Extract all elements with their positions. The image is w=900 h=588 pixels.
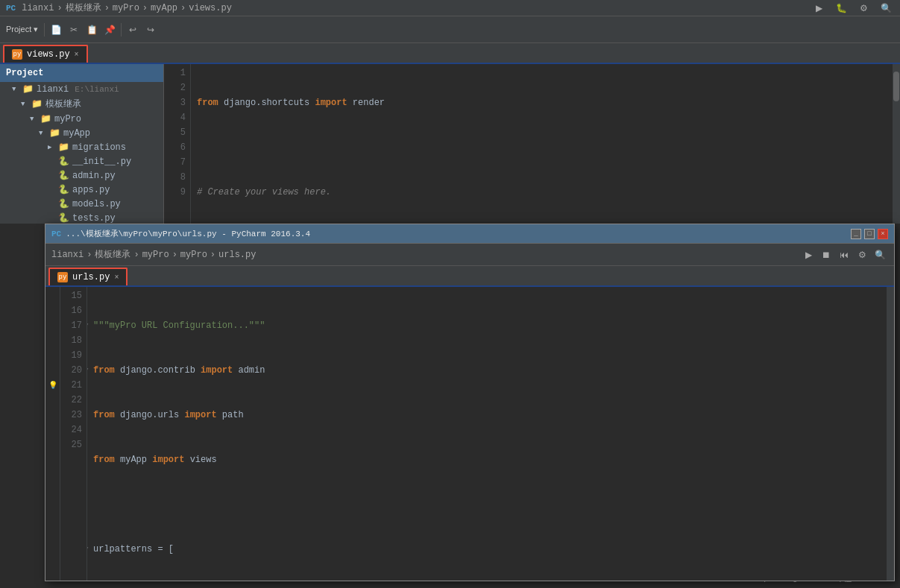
debug-button[interactable]: 🐛: [833, 0, 849, 16]
bottom-debug-button[interactable]: ⏮: [836, 247, 852, 263]
bottom-search-button[interactable]: 🔍: [872, 247, 888, 263]
urls-file-icon: py: [57, 272, 68, 282]
top-title-bar: PC lianxi › 模板继承 › myPro › myApp › views…: [0, 0, 900, 16]
bottom-toolbar: lianxi › 模板继承 › myPro › myPro › urls.py …: [45, 244, 894, 266]
breadcrumb-lianxi: lianxi: [22, 3, 54, 13]
url-code-line-18: from myApp import views: [93, 452, 887, 467]
top-editor-area: Project ▼ 📁 lianxi E:\lianxi ▼ 📁 模板继承 ▼ …: [0, 64, 900, 224]
redo-button[interactable]: ↪: [142, 22, 159, 38]
tree-label-init: __init__.py: [72, 157, 131, 167]
top-editor-window: PC lianxi › 模板继承 › myPro › myApp › views…: [0, 0, 900, 224]
tree-item-tests[interactable]: 🐍 tests.py: [0, 211, 163, 224]
search-button[interactable]: 🔍: [878, 0, 894, 16]
tree-item-admin[interactable]: 🐍 admin.py: [0, 168, 163, 183]
sidebar-header: Project: [0, 64, 163, 82]
bottom-stop-button[interactable]: ⏹: [818, 247, 834, 263]
tree-item-myapp[interactable]: ▼ 📁 myApp: [0, 126, 163, 140]
expand-arrow-lianxi: ▼: [12, 86, 19, 93]
folder-icon-myapp: 📁: [49, 127, 60, 139]
project-sidebar: Project ▼ 📁 lianxi E:\lianxi ▼ 📁 模板继承 ▼ …: [0, 64, 164, 224]
url-code-line-19: [93, 497, 887, 512]
breadcrumb-mypro: myPro: [113, 3, 139, 13]
tree-label-apps: apps.py: [72, 185, 110, 195]
views-tab-label: views.py: [27, 49, 70, 60]
bottom-scrollbar[interactable]: [887, 287, 894, 581]
close-button[interactable]: ×: [878, 229, 888, 239]
copy-button[interactable]: 📋: [84, 22, 100, 38]
tree-label-tests: tests.py: [72, 213, 116, 224]
breadcrumb-views: views.py: [189, 3, 232, 13]
breadcrumb-myapp: myApp: [151, 3, 177, 13]
tree-item-init[interactable]: 🐍 __init__.py: [0, 154, 163, 168]
toolbar-sep-1: [44, 23, 45, 37]
url-code-line-16: ▼ from django.contrib import admin: [93, 363, 887, 378]
cut-button[interactable]: ✂: [66, 22, 82, 38]
top-app-icon: PC: [6, 4, 16, 13]
bottom-settings-button[interactable]: ⚙: [854, 247, 870, 263]
bc-mypro2: myPro: [180, 250, 207, 260]
breadcrumb-folder: 模板继承: [66, 1, 101, 14]
new-file-button[interactable]: 📄: [48, 22, 64, 38]
python-file-icon: py: [12, 49, 22, 60]
window-controls: _ □ ×: [851, 229, 888, 239]
url-code-line-17: from django.urls import path: [93, 408, 887, 423]
tree-item-mypro[interactable]: ▼ 📁 myPro: [0, 112, 163, 126]
tree-label-lianxi: lianxi: [37, 84, 69, 95]
folder-icon-migrations: 📁: [58, 142, 69, 153]
settings-button[interactable]: ⚙: [855, 0, 872, 16]
fold-20: ▼: [87, 542, 88, 557]
tree-label-mypro: myPro: [54, 114, 81, 124]
urls-tab-label: urls.py: [72, 272, 110, 282]
bottom-title-bar: PC ...\模板继承\myPro\myPro\urls.py - PyChar…: [45, 224, 894, 244]
top-scrollbar[interactable]: [893, 64, 900, 224]
code-line-3: # Create your views here.: [197, 185, 893, 200]
tree-item-migrations[interactable]: ▶ 📁 migrations: [0, 140, 163, 154]
views-tab[interactable]: py views.py ×: [3, 45, 88, 63]
expand-arrow-mypro: ▼: [30, 116, 37, 123]
top-code-editor[interactable]: from django.shortcuts import render # Cr…: [191, 64, 893, 224]
tree-item-apps[interactable]: 🐍 apps.py: [0, 183, 163, 197]
minimize-button[interactable]: _: [851, 229, 861, 239]
folder-icon-mypro: 📁: [40, 113, 51, 124]
file-icon-models: 🐍: [58, 198, 69, 209]
gutter-area: 💡: [45, 287, 60, 581]
file-icon-tests: 🐍: [58, 212, 69, 224]
fold-16: ▼: [87, 363, 88, 378]
bottom-line-numbers: 15 16 17 18 19 20 21 22 23 24 25: [60, 287, 87, 581]
bottom-breadcrumb: lianxi › 模板继承 › myPro › myPro › urls.py: [51, 248, 256, 261]
maximize-button[interactable]: □: [864, 229, 875, 239]
bottom-window-title: ...\模板继承\myPro\myPro\urls.py - PyCharm 2…: [66, 228, 310, 239]
expand-arrow-template: ▼: [21, 101, 28, 108]
undo-button[interactable]: ↩: [125, 22, 141, 38]
tree-item-template[interactable]: ▼ 📁 模板继承: [0, 96, 163, 112]
bottom-code-editor[interactable]: ▼ """myPro URL Configuration...""" ▼ fro…: [87, 287, 887, 581]
toolbar-sep-2: [121, 23, 122, 37]
urls-tab-close[interactable]: ×: [114, 274, 119, 282]
tree-label-admin: admin.py: [72, 171, 116, 181]
run-button[interactable]: ▶: [811, 0, 827, 16]
run-indicator-21[interactable]: 💡: [48, 378, 58, 393]
bottom-run-button[interactable]: ▶: [800, 247, 816, 263]
url-code-line-15: ▼ """myPro URL Configuration...""": [93, 318, 887, 333]
tree-label-template: 模板继承: [45, 98, 81, 110]
paste-button[interactable]: 📌: [101, 22, 118, 38]
urls-tab[interactable]: py urls.py ×: [48, 268, 128, 285]
bottom-editor-window: PC ...\模板继承\myPro\myPro\urls.py - PyChar…: [45, 224, 895, 581]
sidebar-header-label: Project: [6, 68, 43, 78]
tree-label-myapp: myApp: [63, 128, 90, 139]
file-icon-init: 🐍: [58, 156, 69, 167]
tree-label-models: models.py: [72, 199, 121, 209]
top-code-area: 1 2 3 4 5 6 7 8 9 from django.shortcuts …: [164, 64, 900, 224]
top-toolbar: Project ▾ 📄 ✂ 📋 📌 ↩ ↪: [0, 16, 900, 43]
tree-item-models[interactable]: 🐍 models.py: [0, 197, 163, 211]
views-tab-close[interactable]: ×: [75, 51, 79, 59]
tree-item-lianxi[interactable]: ▼ 📁 lianxi E:\lianxi: [0, 82, 163, 96]
top-tab-bar: py views.py ×: [0, 43, 900, 64]
tree-path-lianxi: E:\lianxi: [75, 85, 119, 94]
top-breadcrumb: lianxi › 模板继承 › myPro › myApp › views.py: [22, 1, 232, 14]
code-line-1: from django.shortcuts import render: [197, 95, 893, 110]
project-label[interactable]: Project ▾: [3, 22, 41, 38]
bc-template: 模板继承: [95, 248, 130, 261]
bc-urls: urls.py: [218, 250, 256, 260]
file-icon-apps: 🐍: [58, 184, 69, 195]
